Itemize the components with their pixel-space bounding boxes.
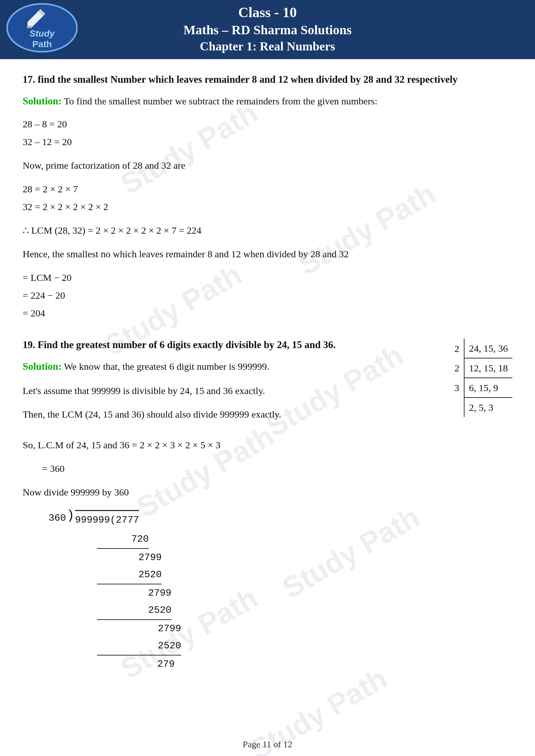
div-values-4: 2, 5, 3 — [464, 397, 512, 417]
ld-sub-4: 2520 — [97, 638, 181, 656]
div-row-4: 2, 5, 3 — [450, 397, 512, 417]
page-footer: Page 11 of 12 — [0, 739, 535, 749]
div-row-3: 3 6, 15, 9 — [450, 378, 512, 397]
q17-calc2: 32 – 12 = 20 — [23, 133, 512, 150]
q17-result3: = 204 — [23, 305, 512, 321]
ld-rem-3-val: 2799 — [158, 621, 181, 637]
q19-divide-intro: Now divide 999999 by 360 — [23, 484, 512, 500]
svg-text:Study: Study — [29, 28, 55, 39]
ld-sub-1-val: 720 — [131, 531, 149, 548]
q17-para2: Hence, the smallest no which leaves rema… — [23, 246, 512, 262]
q17-intro: To find the smallest number we subtract … — [64, 96, 378, 106]
q17-solution-block: Solution: To find the smallest number we… — [23, 93, 512, 110]
div-values-2: 12, 15, 18 — [464, 358, 512, 378]
long-division: 360 ) 999999(2777 720 2799 2520 2799 252… — [48, 510, 512, 673]
q17-factor2: 32 = 2 × 2 × 2 × 2 × 2 — [23, 199, 512, 215]
header-subject: Maths – RD Sharma Solutions — [183, 22, 352, 39]
q17-factor1: 28 = 2 × 2 × 7 — [23, 181, 512, 197]
logo-area: Study Path — [3, 3, 81, 53]
ld-sub-3-val: 2520 — [148, 602, 171, 619]
q19-content: 2 24, 15, 36 2 12, 15, 18 3 6, 15, 9 2, … — [23, 358, 512, 430]
ld-rem-4-val: 279 — [157, 656, 175, 673]
ld-steps: 720 2799 2520 2799 2520 2799 2520 — [97, 531, 512, 673]
q17-calc1: 28 – 8 = 20 — [23, 116, 512, 132]
q17-para1: Now, prime factorization of 28 and 32 ar… — [23, 157, 512, 174]
q19-lcm-calc: So, L.C.M of 24, 15 and 36 = 2 × 2 × 3 ×… — [23, 437, 512, 453]
div-row-2: 2 12, 15, 18 — [450, 358, 512, 378]
div-divisor-1: 2 — [450, 339, 464, 358]
division-table: 2 24, 15, 36 2 12, 15, 18 3 6, 15, 9 2, … — [450, 339, 512, 417]
ld-sub-2: 2520 — [97, 567, 162, 584]
q19-line1: We know that, the greatest 6 digit numbe… — [64, 361, 269, 372]
q17-result1: = LCM − 20 — [23, 269, 512, 286]
q17-lcm: ∴ LCM (28, 32) = 2 × 2 × 2 × 2 × 2 × 7 =… — [23, 222, 512, 238]
q19-line2: Let's assume that 999999 is divisible by… — [23, 382, 512, 399]
ld-sub-3: 2520 — [97, 602, 171, 620]
header-chapter: Chapter 1: Real Numbers — [183, 39, 352, 54]
ld-rem-2-val: 2799 — [148, 585, 171, 602]
content-area: Study Path Study Path Study Path Study P… — [0, 59, 535, 702]
q19-solution-label: Solution: — [23, 361, 62, 372]
header-text-block: Class - 10 Maths – RD Sharma Solutions C… — [183, 3, 352, 55]
ld-rem-3: 2799 — [97, 621, 181, 637]
ld-paren: ) — [67, 510, 74, 522]
question-19: 19. Find the greatest number of 6 digits… — [23, 338, 512, 353]
ld-sub-4-val: 2520 — [158, 638, 181, 654]
svg-rect-2 — [27, 26, 32, 28]
q19-solution-block: Solution: We know that, the greatest 6 d… — [23, 358, 512, 375]
div-divisor-2: 2 — [450, 358, 464, 378]
ld-sub-1: 720 — [97, 531, 149, 549]
q17-solution-label: Solution: — [23, 95, 62, 107]
ld-first-line: 360 ) 999999(2777 — [48, 510, 512, 528]
div-values-3: 6, 15, 9 — [464, 378, 512, 397]
ld-rem-4: 279 — [97, 656, 175, 673]
svg-text:Path: Path — [32, 39, 52, 49]
logo-svg: Study Path — [7, 3, 78, 53]
page-number: Page 11 of 12 — [242, 739, 293, 749]
header-class: Class - 10 — [183, 3, 352, 22]
ld-divisor: 360 — [48, 510, 66, 526]
ld-rem-2: 2799 — [97, 585, 171, 602]
page-header: Study Path Class - 10 Maths – RD Sharma … — [0, 0, 535, 59]
ld-sub-2-val: 2520 — [138, 567, 162, 583]
ld-rem-1: 2799 — [97, 550, 162, 566]
question-17: 17. find the smallest Number which leave… — [23, 72, 512, 87]
q19-lcm-result: = 360 — [42, 460, 512, 477]
div-divisor-3: 3 — [450, 378, 464, 397]
div-row-1: 2 24, 15, 36 — [450, 339, 512, 358]
ld-rem-1-val: 2799 — [138, 550, 162, 566]
q19-line3: Then, the LCM (24, 15 and 36) should als… — [23, 406, 512, 422]
q17-result2: = 224 − 20 — [23, 287, 512, 304]
ld-dividend-quot: 999999(2777 — [75, 510, 139, 528]
div-values-1: 24, 15, 36 — [464, 339, 512, 358]
div-divisor-4 — [450, 397, 464, 417]
